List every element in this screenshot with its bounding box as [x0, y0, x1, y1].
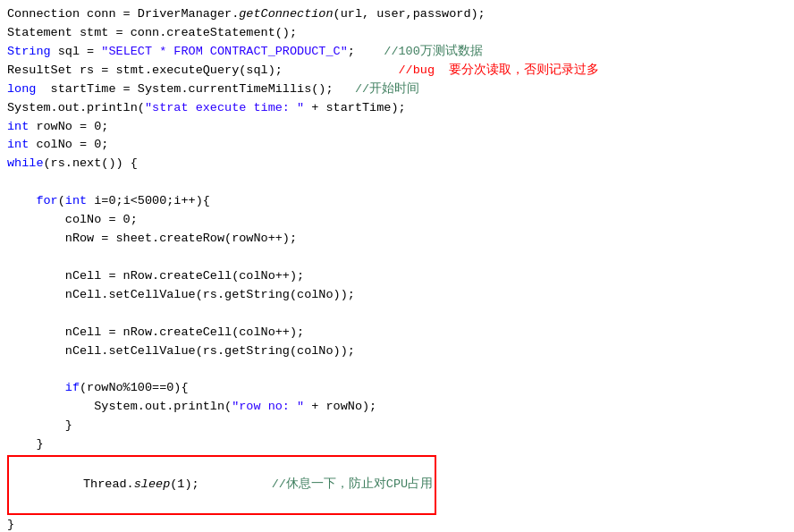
code-line-5: long startTime = System.currentTimeMilli… [7, 80, 787, 99]
code-line-25-highlighted: Thread.sleep(1); //休息一下，防止对CPU占用 [7, 455, 787, 515]
code-editor: Connection conn = DriverManager.getConne… [0, 0, 794, 532]
code-line-15: nCell = nRow.createCell(colNo++); [7, 267, 787, 286]
code-line-4: ResultSet rs = stmt.executeQuery(sql); /… [7, 62, 787, 80]
code-line-9: while(rs.next()) { [7, 155, 787, 173]
code-line-19: nCell.setCellValue(rs.getString(colNo)); [7, 342, 787, 361]
code-line-12: colNo = 0; [7, 211, 787, 230]
code-line-3: String sql = "SELECT * FROM CONTRACT_PRO… [7, 43, 787, 62]
highlighted-code: Thread.sleep(1); //休息一下，防止对CPU占用 [7, 455, 436, 515]
code-line-18: nCell = nRow.createCell(colNo++); [7, 324, 787, 342]
code-line-1: Connection conn = DriverManager.getConne… [7, 5, 787, 24]
blank-line-10 [7, 173, 787, 192]
blank-line-17 [7, 305, 787, 324]
code-line-24: } [7, 435, 787, 454]
code-line-21: if(rowNo%100==0){ [7, 379, 787, 398]
code-line-8: int colNo = 0; [7, 136, 787, 155]
code-line-22: System.out.println("row no: " + rowNo); [7, 398, 787, 417]
code-line-11: for(int i=0;i<5000;i++){ [7, 192, 787, 211]
code-line-6: System.out.println("strat execute time: … [7, 99, 787, 118]
code-line-2: Statement stmt = conn.createStatement(); [7, 24, 787, 43]
code-line-13: nRow = sheet.createRow(rowNo++); [7, 230, 787, 249]
code-line-7: int rowNo = 0; [7, 118, 787, 137]
blank-line-14 [7, 249, 787, 267]
code-line-26: } [7, 516, 787, 532]
blank-line-20 [7, 361, 787, 380]
code-line-16: nCell.setCellValue(rs.getString(colNo)); [7, 286, 787, 305]
code-line-23: } [7, 417, 787, 435]
